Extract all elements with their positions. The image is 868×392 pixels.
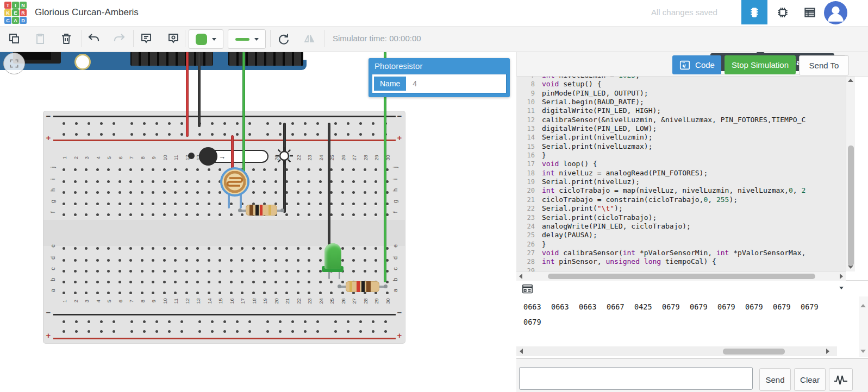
breadboard-hole[interactable] — [152, 213, 154, 216]
breadboard-hole[interactable] — [208, 180, 210, 183]
breadboard-hole[interactable] — [130, 330, 133, 333]
breadboard-hole[interactable] — [75, 320, 78, 323]
breadboard-hole[interactable] — [96, 259, 99, 262]
breadboard-hole[interactable] — [155, 133, 158, 136]
breadboard-hole[interactable] — [372, 320, 374, 323]
breadboard-hole[interactable] — [85, 168, 88, 171]
breadboard-hole[interactable] — [163, 281, 166, 283]
breadboard-hole[interactable] — [85, 270, 88, 273]
breadboard-hole[interactable] — [266, 133, 269, 136]
breadboard-hole[interactable] — [152, 292, 154, 294]
breadboard-hole[interactable] — [266, 320, 269, 323]
breadboard-hole[interactable] — [85, 191, 88, 194]
breadboard-hole[interactable] — [297, 247, 299, 250]
breadboard-hole[interactable] — [274, 191, 277, 194]
breadboard-hole[interactable] — [85, 213, 88, 216]
breadboard-hole[interactable] — [211, 330, 214, 333]
breadboard-hole[interactable] — [196, 247, 199, 250]
breadboard-hole[interactable] — [341, 292, 344, 294]
breadboard-hole[interactable] — [163, 259, 166, 262]
code-line[interactable]: 26} — [516, 240, 805, 249]
breadboard-hole[interactable] — [118, 191, 121, 194]
breadboard-hole[interactable] — [218, 168, 221, 171]
breadboard-hole[interactable] — [316, 122, 319, 125]
breadboard-hole[interactable] — [252, 270, 255, 273]
breadboard-hole[interactable] — [291, 330, 294, 333]
code-line[interactable]: 7int nivelLuzmin = 1023; — [516, 76, 805, 80]
breadboard-hole[interactable] — [252, 292, 255, 294]
breadboard-hole[interactable] — [96, 180, 99, 183]
breadboard-hole[interactable] — [185, 213, 188, 216]
breadboard-hole[interactable] — [319, 259, 322, 262]
breadboard-hole[interactable] — [141, 203, 143, 205]
breadboard-hole[interactable] — [100, 320, 103, 323]
breadboard-hole[interactable] — [118, 292, 121, 294]
popup-name-field[interactable]: Name 4 — [372, 74, 507, 93]
breadboard-hole[interactable] — [364, 259, 366, 262]
component-color-dropdown[interactable] — [189, 29, 223, 49]
avatar[interactable] — [824, 1, 847, 24]
breadboard-hole[interactable] — [129, 292, 132, 294]
breadboard-hole[interactable] — [341, 203, 344, 205]
breadboard-hole[interactable] — [185, 270, 188, 273]
breadboard-hole[interactable] — [208, 247, 210, 250]
breadboard-hole[interactable] — [63, 330, 65, 333]
breadboard-hole[interactable] — [252, 281, 255, 283]
breadboard-hole[interactable] — [308, 281, 310, 283]
breadboard-hole[interactable] — [319, 180, 322, 183]
breadboard-hole[interactable] — [248, 133, 251, 136]
breadboard-hole[interactable] — [347, 133, 349, 136]
breadboard-hole[interactable] — [96, 270, 99, 273]
breadboard-hole[interactable] — [129, 203, 132, 205]
rotate-button[interactable] — [273, 29, 293, 48]
breadboard-hole[interactable] — [308, 259, 310, 262]
breadboard-hole[interactable] — [118, 213, 121, 216]
breadboard-hole[interactable] — [174, 213, 177, 216]
breadboard-hole[interactable] — [196, 281, 199, 283]
breadboard-hole[interactable] — [274, 168, 277, 171]
scroll-down-arrow[interactable] — [860, 350, 866, 353]
breadboard-hole[interactable] — [75, 133, 78, 136]
breadboard-hole[interactable] — [152, 247, 154, 250]
breadboard-hole[interactable] — [347, 330, 349, 333]
zoom-to-fit-button[interactable] — [3, 53, 25, 74]
breadboard-hole[interactable] — [304, 320, 307, 323]
breadboard-hole[interactable] — [63, 122, 65, 125]
breadboard-hole[interactable] — [129, 259, 132, 262]
breadboard-hole[interactable] — [130, 320, 133, 323]
breadboard-hole[interactable] — [118, 270, 121, 273]
breadboard-hole[interactable] — [285, 259, 288, 262]
breadboard-hole[interactable] — [341, 213, 344, 216]
breadboard-hole[interactable] — [352, 180, 355, 183]
breadboard-hole[interactable] — [352, 247, 355, 250]
breadboard-hole[interactable] — [263, 168, 266, 171]
breadboard-hole[interactable] — [341, 168, 344, 171]
breadboard-hole[interactable] — [285, 270, 288, 273]
breadboard-hole[interactable] — [364, 270, 366, 273]
breadboard-hole[interactable] — [143, 330, 146, 333]
breadboard-hole[interactable] — [316, 133, 319, 136]
code-line[interactable]: 22Serial.print("\t"); — [516, 204, 805, 213]
breadboard-hole[interactable] — [304, 133, 307, 136]
breadboard-hole[interactable] — [107, 281, 110, 283]
inspect-button[interactable] — [164, 29, 183, 48]
breadboard-hole[interactable] — [141, 168, 143, 171]
breadboard-hole[interactable] — [352, 213, 355, 216]
breadboard-hole[interactable] — [174, 203, 177, 205]
breadboard-hole[interactable] — [100, 330, 103, 333]
breadboard-hole[interactable] — [196, 168, 199, 171]
breadboard-hole[interactable] — [230, 259, 233, 262]
breadboard-hole[interactable] — [319, 168, 322, 171]
breadboard-hole[interactable] — [208, 213, 210, 216]
breadboard-hole[interactable] — [285, 292, 288, 294]
breadboard-hole[interactable] — [230, 203, 233, 205]
breadboard-hole[interactable] — [263, 281, 266, 283]
serial-input[interactable] — [519, 367, 753, 390]
resistor[interactable] — [346, 281, 379, 292]
breadboard-hole[interactable] — [63, 292, 65, 294]
document-title[interactable]: Glorious Curcan-Amberis — [35, 7, 139, 18]
breadboard-hole[interactable] — [248, 330, 251, 333]
breadboard-hole[interactable] — [198, 320, 201, 323]
breadboard-hole[interactable] — [174, 281, 177, 283]
code-line[interactable]: 11digitalWrite(PIN_LED, HIGH); — [516, 106, 805, 115]
